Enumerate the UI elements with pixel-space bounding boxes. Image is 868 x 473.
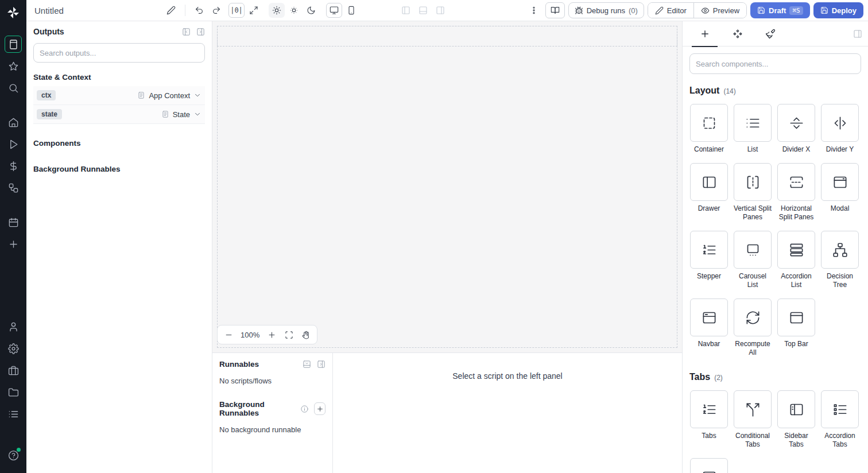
- preview-tab[interactable]: Preview: [693, 3, 746, 18]
- dock-bottom-icon[interactable]: [303, 360, 311, 369]
- info-icon[interactable]: [300, 405, 309, 413]
- dock-panel-left-icon[interactable]: [182, 28, 191, 36]
- fit-view-button[interactable]: [246, 3, 262, 18]
- app-canvas[interactable]: 100%: [212, 21, 682, 353]
- rail-favorites-button[interactable]: [5, 57, 22, 75]
- editor-tab[interactable]: Editor: [648, 3, 693, 18]
- tab-component-settings[interactable]: [721, 21, 754, 46]
- expand-panel-icon[interactable]: [317, 360, 326, 369]
- toggle-left-panel-button[interactable]: [398, 3, 414, 18]
- component-card-modal[interactable]: Modal: [820, 163, 859, 213]
- rail-create-button[interactable]: [5, 235, 22, 253]
- background-runnables-title: Background Runnables: [219, 400, 296, 417]
- pan-mode-button[interactable]: [299, 327, 313, 342]
- workflow-icon: [8, 183, 19, 193]
- rail-schedules-button[interactable]: [5, 214, 22, 231]
- rail-runs-button[interactable]: [5, 135, 22, 153]
- theme-dark-button[interactable]: [303, 3, 319, 18]
- chevron-down-icon[interactable]: [193, 110, 202, 118]
- component-card-tabs[interactable]: Tabs: [689, 390, 728, 440]
- components-list: Layout (14) Container List: [683, 81, 868, 473]
- runnables-title: Runnables: [219, 360, 259, 369]
- component-card-sidebar-tabs[interactable]: Sidebar Tabs: [777, 390, 816, 449]
- zoom-out-button[interactable]: [221, 327, 236, 342]
- list-icon: [745, 115, 761, 131]
- search-outputs-input[interactable]: [33, 43, 205, 63]
- component-card-recompute-all[interactable]: Recompute All: [733, 298, 772, 357]
- rail-users-button[interactable]: [5, 318, 22, 335]
- component-card-divider-x[interactable]: Divider X: [777, 104, 816, 154]
- theme-dim-button[interactable]: [286, 3, 302, 18]
- component-card-drawer[interactable]: Drawer: [689, 163, 728, 213]
- component-card-navbar[interactable]: Navbar: [689, 298, 728, 348]
- redo-button[interactable]: [208, 3, 224, 18]
- desktop-view-button[interactable]: [326, 3, 342, 18]
- book-open-icon: [551, 6, 560, 15]
- toggle-right-panel-button[interactable]: [432, 3, 448, 18]
- add-background-runnable-button[interactable]: [314, 402, 326, 415]
- component-card-decision-tree[interactable]: Decision Tree: [820, 231, 859, 289]
- ctx-output-row[interactable]: ctx App Context: [33, 86, 205, 105]
- tab-styling[interactable]: [754, 21, 786, 46]
- component-card-vertical-split[interactable]: Vertical Split Panes: [733, 163, 772, 222]
- editor-preview-toggle: Editor Preview: [648, 2, 747, 18]
- runnables-empty-text: No scripts/flows: [219, 377, 326, 385]
- canvas-drop-strip: [217, 26, 677, 46]
- fit-to-screen-button[interactable]: [281, 327, 296, 342]
- component-card-accordion-tabs[interactable]: Accordion Tabs: [820, 390, 859, 449]
- toggle-bottom-panel-button[interactable]: [415, 3, 431, 18]
- collapse-right-panel-icon[interactable]: [853, 29, 862, 38]
- component-card-list[interactable]: List: [733, 104, 772, 154]
- edit-title-button[interactable]: [163, 3, 179, 18]
- rail-flows-button[interactable]: [5, 179, 22, 196]
- chevron-down-icon[interactable]: [193, 91, 202, 99]
- search-components-input[interactable]: [689, 53, 861, 74]
- windmill-logo[interactable]: [6, 6, 20, 20]
- component-card-conditional-tabs[interactable]: Conditional Tabs: [733, 390, 772, 449]
- accordion-list-icon: [789, 242, 804, 258]
- component-card-partial[interactable]: [689, 458, 728, 473]
- component-card-stepper[interactable]: Stepper: [689, 231, 728, 281]
- deploy-button[interactable]: Deploy: [813, 2, 863, 18]
- save-icon: [757, 6, 765, 14]
- sidebar-tabs-icon: [789, 402, 804, 417]
- component-card-container[interactable]: Container: [689, 104, 728, 154]
- rail-help-button[interactable]: [5, 447, 22, 464]
- state-output-row[interactable]: state State: [33, 105, 205, 124]
- docs-button[interactable]: [545, 2, 565, 18]
- save-draft-button[interactable]: Draft ⌘S: [750, 2, 810, 18]
- dock-panel-right-icon[interactable]: [196, 28, 205, 36]
- debug-runs-label: Debug runs: [587, 6, 625, 15]
- fullscreen-icon: [285, 331, 293, 339]
- more-options-button[interactable]: [526, 3, 542, 18]
- component-card-accordion-list[interactable]: Accordion List: [777, 231, 816, 289]
- zoom-level[interactable]: 100%: [238, 331, 262, 339]
- rail-variables-button[interactable]: [5, 157, 22, 175]
- component-card-top-bar[interactable]: Top Bar: [777, 298, 816, 348]
- rail-folders-button[interactable]: [5, 383, 22, 401]
- rail-workers-button[interactable]: [5, 362, 22, 379]
- rail-logs-button[interactable]: [5, 405, 22, 422]
- component-card-horizontal-split[interactable]: Horizontal Split Panes: [777, 163, 816, 222]
- app-title: Untitled: [34, 6, 64, 15]
- rail-apps-button[interactable]: [5, 36, 22, 53]
- component-ids-toggle[interactable]: |0|: [228, 3, 245, 18]
- ctx-type-label: App Context: [149, 91, 190, 100]
- tab-insert-component[interactable]: [688, 21, 721, 46]
- bug-icon: [575, 6, 583, 15]
- rail-settings-button[interactable]: [5, 340, 22, 357]
- undo-button[interactable]: [191, 3, 207, 18]
- theme-light-button[interactable]: [269, 3, 285, 18]
- zoom-in-button[interactable]: [264, 327, 279, 342]
- rail-search-button[interactable]: [5, 79, 22, 96]
- component-card-divider-y[interactable]: Divider Y: [820, 104, 859, 154]
- mobile-view-button[interactable]: [343, 3, 359, 18]
- accordion-tabs-icon: [832, 402, 848, 417]
- debug-runs-button[interactable]: Debug runs (0): [568, 2, 644, 18]
- object-preview-icon: [137, 91, 145, 99]
- divider: [185, 5, 185, 16]
- list-icon: [8, 409, 19, 420]
- monitor-icon: [330, 6, 339, 15]
- rail-home-button[interactable]: [5, 114, 22, 131]
- component-card-carousel-list[interactable]: Carousel List: [733, 231, 772, 289]
